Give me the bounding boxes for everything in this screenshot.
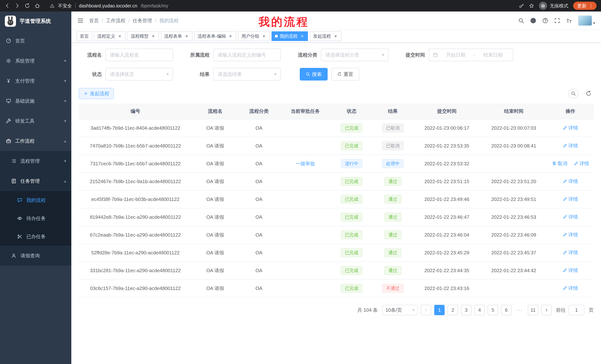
search-icon[interactable] [518, 18, 524, 24]
category-select[interactable]: 请选择流程分类 [321, 49, 389, 61]
browser-home-icon[interactable] [35, 3, 40, 9]
column-header: 编号 [79, 104, 192, 119]
field-label: 提交时间 [398, 52, 425, 58]
process-category: OA [238, 119, 280, 137]
view-tab[interactable]: 流程模型 [127, 31, 159, 41]
close-icon[interactable] [300, 34, 305, 38]
close-icon[interactable] [117, 34, 122, 38]
reset-button[interactable]: 重置 [331, 68, 359, 80]
result-select[interactable]: 请选流结果 [213, 68, 281, 80]
fullscreen-icon[interactable] [554, 18, 560, 24]
page-button[interactable]: 11 [528, 305, 538, 315]
list-icon [11, 158, 17, 164]
view-tab[interactable]: 发起流程 [310, 31, 341, 41]
page-button[interactable]: 4 [474, 305, 485, 315]
close-icon[interactable] [151, 34, 156, 38]
search-button[interactable]: 搜索 [300, 68, 328, 80]
detail-link[interactable]: 详情 [574, 160, 589, 167]
toggle-search-button[interactable] [568, 88, 578, 98]
close-icon[interactable] [228, 34, 233, 38]
detail-link[interactable]: 详情 [563, 267, 578, 274]
prev-page-button[interactable] [421, 305, 431, 315]
close-icon[interactable] [184, 34, 189, 38]
detail-link[interactable]: 详情 [563, 178, 578, 185]
sidebar-item[interactable]: 流程管理 [0, 151, 71, 171]
cancel-link[interactable]: 取消 [552, 160, 567, 167]
close-icon[interactable] [333, 34, 338, 38]
key-icon[interactable] [519, 3, 524, 8]
refresh-table-button[interactable] [583, 88, 594, 98]
github-icon[interactable] [530, 18, 536, 24]
page-button[interactable]: 6 [501, 305, 511, 315]
browser-back-icon[interactable] [4, 3, 10, 9]
detail-link[interactable]: 详情 [563, 231, 578, 238]
help-icon[interactable] [542, 18, 548, 24]
placeholder: 请选择状态 [110, 71, 165, 77]
sidebar-item[interactable]: 工作流程 [0, 131, 71, 151]
sidebar-item[interactable]: 已办任务 [0, 228, 71, 246]
sidebar-item-label: 已办任务 [26, 233, 63, 240]
sidebar-item[interactable]: 系统管理 [0, 51, 71, 71]
create-process-button[interactable]: 发起流程 [79, 88, 114, 99]
warning-icon [50, 3, 55, 8]
next-page-button[interactable] [541, 305, 551, 315]
tab-label: 流程定义 [97, 33, 115, 39]
sidebar-item[interactable]: 请假查询 [0, 246, 71, 266]
caret-down-icon [274, 72, 276, 77]
sidebar-item[interactable]: 我的流程 [0, 191, 71, 209]
start-date-placeholder: 开始日期 [440, 52, 472, 58]
star-icon[interactable] [529, 3, 534, 8]
breadcrumb-item[interactable]: 工作流程 [99, 18, 125, 24]
page-button[interactable]: 1 [434, 305, 445, 315]
sidebar-item[interactable]: 任务管理 [0, 171, 71, 191]
view-tab[interactable]: 我的流程 [271, 31, 308, 41]
process-def-input[interactable]: 请输入流程定义的编号 [213, 49, 281, 61]
result-tag: 处理中 [382, 159, 404, 168]
sidebar-item[interactable]: 研发工具 [0, 111, 71, 131]
detail-link[interactable]: 详情 [563, 196, 578, 202]
breadcrumb-item[interactable]: 首页 [89, 18, 99, 24]
detail-link[interactable]: 详情 [563, 125, 578, 131]
table-row: 7470a810-7b9b-11ec-b5b7-acde48001122 OA … [79, 137, 594, 155]
status-select[interactable]: 请选择状态 [105, 68, 173, 80]
page-button[interactable]: 5 [488, 305, 498, 315]
page-button[interactable]: 3 [461, 305, 471, 315]
address-bar[interactable]: 不安全 dashboard.yudao.iocoder.cn/bpm/task/… [50, 3, 514, 9]
browser-forward-icon[interactable] [14, 3, 20, 9]
submit-time-range-picker[interactable]: 开始日期 - 结束日期 [429, 49, 513, 61]
breadcrumb-item[interactable]: 我的流程 [152, 18, 179, 24]
avatar[interactable] [578, 15, 595, 26]
close-icon[interactable] [261, 34, 266, 38]
update-button[interactable]: 更新 [573, 2, 597, 10]
view-tab[interactable]: 流程表单-编辑 [194, 31, 236, 41]
view-tab[interactable]: 流程定义 [94, 31, 126, 41]
view-tab[interactable]: 流程表单 [161, 31, 192, 41]
detail-link[interactable]: 详情 [563, 143, 578, 149]
current-task-link[interactable]: 一级审批 [296, 161, 315, 166]
sidebar-item[interactable]: 基础设施 [0, 91, 71, 111]
tab-label: 我的流程 [280, 33, 298, 39]
breadcrumb-item[interactable]: 任务管理 [125, 18, 152, 24]
screen: 不安全 dashboard.yudao.iocoder.cn/bpm/task/… [0, 0, 601, 364]
detail-link[interactable]: 详情 [563, 285, 578, 291]
page-button[interactable]: ··· [514, 305, 525, 315]
browser-reload-icon[interactable] [25, 3, 30, 9]
font-size-icon[interactable] [566, 18, 572, 24]
goto-page-input[interactable] [569, 305, 584, 315]
view-tab[interactable]: 用户分组 [238, 31, 270, 41]
hamburger-icon[interactable] [77, 18, 84, 24]
sidebar-item[interactable]: 支付管理 [0, 71, 71, 91]
app-logo[interactable]: 芋道管理系统 [0, 11, 71, 31]
view-tab[interactable]: 首页 [77, 31, 92, 41]
detail-link[interactable]: 详情 [563, 249, 578, 256]
menu-kebab-icon[interactable] [589, 3, 594, 9]
incognito-icon [539, 2, 547, 10]
detail-link[interactable]: 详情 [563, 214, 578, 220]
table-row: ec45f38f-7b9a-11ec-b03b-acde48001122 OA … [79, 190, 594, 208]
page-size-select[interactable]: 10条/页 [382, 305, 418, 315]
browser-chrome: 不安全 dashboard.yudao.iocoder.cn/bpm/task/… [0, 0, 601, 11]
sidebar-item[interactable]: 待办任务 [0, 209, 71, 228]
process-name-input[interactable]: 请输入流程名 [105, 49, 173, 61]
sidebar-item[interactable]: 首页 [0, 31, 71, 51]
page-button[interactable]: 2 [448, 305, 458, 315]
